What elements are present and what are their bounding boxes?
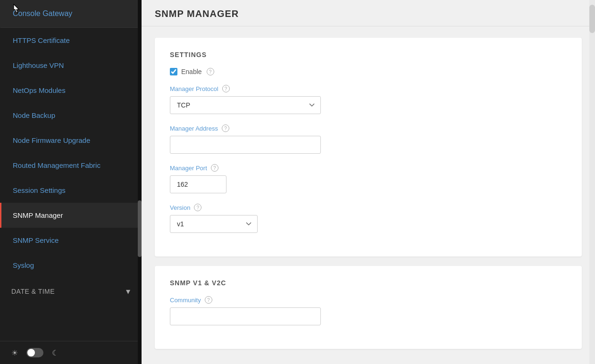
sidebar: Console Gateway HTTPS Certificate Lighth… (0, 0, 142, 364)
snmp-v1v2c-section-title: SNMP V1 & V2C (170, 279, 567, 287)
sidebar-item-routed-management-fabric[interactable]: Routed Management Fabric (0, 153, 142, 178)
sidebar-scrollbar[interactable] (138, 0, 142, 364)
manager-address-input[interactable] (170, 136, 321, 154)
settings-section-title: SETTINGS (170, 51, 567, 58)
manager-port-input[interactable] (170, 175, 226, 193)
manager-protocol-select[interactable]: TCP UDP (170, 96, 321, 114)
enable-checkbox[interactable] (170, 68, 177, 75)
main-scrollbar-thumb (589, 5, 595, 33)
moon-icon[interactable]: ☾ (52, 348, 59, 357)
enable-row: Enable ? (170, 68, 567, 75)
sidebar-item-label: NetOps Modules (13, 86, 66, 94)
community-help-icon[interactable]: ? (205, 296, 212, 304)
sidebar-scrollbar-thumb (138, 200, 142, 257)
sidebar-item-label: SNMP Service (13, 236, 59, 244)
sidebar-section-date-time[interactable]: DATE & TIME ▾ (0, 278, 142, 305)
sidebar-item-label: Lighthouse VPN (13, 61, 64, 69)
sidebar-item-label: Session Settings (13, 186, 66, 194)
sidebar-item-label: Routed Management Fabric (13, 161, 101, 169)
sidebar-item-label: Node Firmware Upgrade (13, 136, 90, 144)
sidebar-item-console-gateway[interactable]: Console Gateway (0, 0, 142, 28)
version-group: Version ? v1 v2c v3 (170, 204, 567, 233)
settings-card: SETTINGS Enable ? Manager Protocol ? TCP… (155, 38, 582, 256)
page-title: SNMP MANAGER (155, 8, 582, 19)
sidebar-item-label: HTTPS Certificate (13, 36, 70, 44)
sun-icon[interactable]: ☀ (11, 348, 18, 357)
sidebar-item-label: Node Backup (13, 111, 55, 119)
sidebar-bottom-controls: ☀ ☾ (0, 341, 142, 364)
main-scrollbar[interactable] (589, 0, 595, 364)
version-select[interactable]: v1 v2c v3 (170, 215, 258, 233)
snmp-v1v2c-card: SNMP V1 & V2C Community ? (155, 266, 582, 349)
sidebar-item-label: Syslog (13, 261, 34, 269)
manager-port-help-icon[interactable]: ? (211, 164, 218, 172)
main-content-area: SNMP MANAGER SETTINGS Enable ? Manager P… (142, 0, 595, 364)
main-scroll-area: SETTINGS Enable ? Manager Protocol ? TCP… (142, 26, 595, 364)
theme-toggle[interactable] (26, 348, 43, 357)
sidebar-item-https-certificate[interactable]: HTTPS Certificate (0, 28, 142, 53)
sidebar-section-label: DATE & TIME (11, 288, 55, 295)
version-label: Version ? (170, 204, 567, 211)
enable-label: Enable (181, 68, 202, 75)
sidebar-item-node-backup[interactable]: Node Backup (0, 103, 142, 128)
sidebar-item-snmp-service[interactable]: SNMP Service (0, 228, 142, 253)
community-group: Community ? (170, 296, 567, 325)
version-help-icon[interactable]: ? (194, 204, 201, 211)
manager-address-label: Manager Address ? (170, 124, 567, 132)
manager-protocol-group: Manager Protocol ? TCP UDP (170, 85, 567, 114)
community-input[interactable] (170, 307, 321, 325)
manager-protocol-label: Manager Protocol ? (170, 85, 567, 92)
sidebar-item-lighthouse-vpn[interactable]: Lighthouse VPN (0, 53, 142, 78)
sidebar-scroll: Console Gateway HTTPS Certificate Lighth… (0, 0, 142, 341)
sidebar-item-netops-modules[interactable]: NetOps Modules (0, 78, 142, 103)
manager-address-group: Manager Address ? (170, 124, 567, 154)
manager-protocol-help-icon[interactable]: ? (222, 85, 230, 92)
sidebar-top-label: Console Gateway (13, 9, 72, 17)
sidebar-item-snmp-manager[interactable]: SNMP Manager (0, 203, 142, 228)
sidebar-item-session-settings[interactable]: Session Settings (0, 178, 142, 203)
chevron-down-icon: ▾ (126, 286, 131, 297)
community-label: Community ? (170, 296, 567, 304)
manager-address-help-icon[interactable]: ? (222, 124, 229, 132)
manager-port-label: Manager Port ? (170, 164, 567, 172)
sidebar-item-syslog[interactable]: Syslog (0, 253, 142, 278)
main-header: SNMP MANAGER (142, 0, 595, 26)
sidebar-item-label: SNMP Manager (13, 211, 63, 219)
manager-port-group: Manager Port ? (170, 164, 567, 193)
sidebar-item-node-firmware-upgrade[interactable]: Node Firmware Upgrade (0, 128, 142, 153)
enable-help-icon[interactable]: ? (207, 68, 214, 75)
